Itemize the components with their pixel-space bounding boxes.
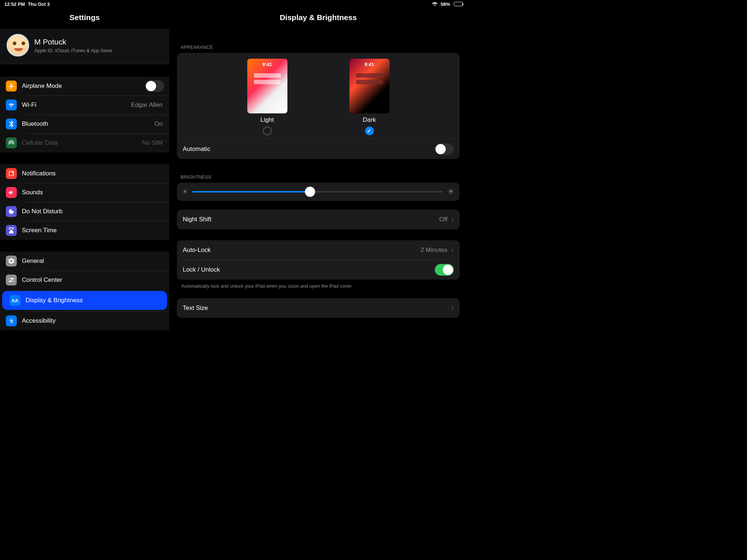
appearance-light[interactable]: 9:41 Light (247, 59, 287, 135)
auto-lock-value: 2 Minutes (421, 246, 448, 254)
sidebar-item-cellular[interactable]: Cellular Data No SIM (0, 133, 169, 152)
label: Wi-Fi (22, 101, 131, 109)
svg-rect-2 (9, 278, 14, 280)
sidebar-item-airplane[interactable]: Airplane Mode (0, 77, 169, 96)
automatic-toggle[interactable] (435, 143, 454, 155)
chevron-right-icon: › (451, 245, 454, 255)
wifi-value: Edgar Allen (131, 101, 163, 109)
label: Screen Time (22, 227, 164, 234)
battery-icon (453, 2, 462, 6)
dark-label: Dark (363, 116, 376, 124)
display-icon: AA (9, 295, 20, 306)
sidebar-item-bluetooth[interactable]: Bluetooth On (0, 114, 169, 133)
battery-percent: 58% (441, 1, 450, 7)
label: Cellular Data (22, 139, 142, 147)
status-time: 12:52 PM (4, 1, 25, 7)
dnd-icon (6, 206, 17, 217)
label: General (22, 257, 164, 265)
detail-pane: Display & Brightness Appearance 9:41 Lig… (170, 8, 467, 350)
chevron-right-icon: › (451, 303, 454, 313)
sidebar-title: Settings (0, 8, 169, 29)
label: Display & Brightness (26, 297, 160, 304)
night-shift-row[interactable]: Night Shift Off › (177, 210, 460, 229)
night-shift-value: Off (439, 216, 447, 223)
apple-id-row[interactable]: M Potuck Apple ID, iCloud, iTunes & App … (0, 29, 169, 64)
brightness-section-label: Brightness (177, 159, 460, 183)
automatic-row[interactable]: Automatic (177, 139, 460, 159)
text-size-row[interactable]: Text Size › (177, 298, 460, 318)
appearance-dark[interactable]: 9:41 Dark (349, 59, 390, 135)
wifi-icon (6, 100, 17, 110)
sidebar-item-wifi[interactable]: Wi-Fi Edgar Allen (0, 96, 169, 114)
lock-unlock-footer: Automatically lock and unlock your iPad … (177, 280, 460, 289)
cellular-value: No SIM (142, 139, 163, 147)
sidebar-item-accessibility[interactable]: Accessibility (0, 311, 169, 330)
bluetooth-value: On (154, 120, 163, 128)
lock-unlock-toggle[interactable] (435, 264, 454, 276)
account-name: M Potuck (34, 38, 112, 46)
notifications-icon (6, 168, 17, 179)
sidebar-item-screentime[interactable]: Screen Time (0, 221, 169, 240)
bluetooth-icon (6, 118, 17, 129)
airplane-icon (6, 81, 17, 92)
label: Do Not Disturb (22, 208, 164, 215)
brightness-card: ☀ ☀ (177, 183, 460, 201)
label: Control Center (22, 276, 164, 284)
lock-unlock-row[interactable]: Lock / Unlock (177, 260, 460, 280)
dark-preview: 9:41 (349, 59, 390, 113)
sidebar-item-display[interactable]: AA Display & Brightness (2, 291, 167, 310)
svg-point-4 (10, 278, 11, 279)
auto-lock-row[interactable]: Auto-Lock 2 Minutes › (177, 240, 460, 260)
page-title: Display & Brightness (177, 8, 460, 29)
wifi-icon (432, 2, 438, 6)
airplane-toggle[interactable] (145, 80, 164, 92)
account-sub: Apple ID, iCloud, iTunes & App Store (34, 48, 112, 53)
chevron-right-icon: › (451, 215, 454, 224)
cellular-icon (6, 137, 17, 148)
sidebar-item-dnd[interactable]: Do Not Disturb (0, 202, 169, 221)
svg-point-1 (12, 171, 14, 173)
appearance-section-label: Appearance (177, 29, 460, 53)
dark-radio[interactable] (365, 127, 374, 135)
light-radio[interactable] (263, 127, 272, 135)
sounds-icon (6, 187, 17, 198)
label: Airplane Mode (22, 82, 145, 90)
sidebar-item-sounds[interactable]: Sounds (0, 183, 169, 202)
label: Notifications (22, 170, 164, 177)
screentime-icon (6, 225, 17, 236)
sun-large-icon: ☀ (447, 187, 454, 197)
label: Bluetooth (22, 120, 154, 128)
light-label: Light (260, 116, 274, 124)
svg-point-5 (12, 281, 13, 282)
label: Accessibility (22, 317, 164, 324)
status-date: Thu Oct 3 (28, 1, 50, 7)
sidebar-item-notifications[interactable]: Notifications (0, 164, 169, 183)
svg-rect-3 (9, 281, 14, 282)
sidebar-item-control-center[interactable]: Control Center (0, 271, 169, 289)
light-preview: 9:41 (247, 59, 287, 113)
sidebar-item-general[interactable]: General (0, 252, 169, 271)
status-bar: 12:52 PM Thu Oct 3 58% (0, 0, 467, 8)
sun-small-icon: ☀ (182, 188, 188, 196)
accessibility-icon (6, 315, 17, 326)
label: Sounds (22, 189, 164, 196)
settings-sidebar: Settings M Potuck Apple ID, iCloud, iTun… (0, 8, 170, 350)
appearance-card: 9:41 Light 9:41 Dark Automatic (177, 53, 460, 159)
general-icon (6, 256, 17, 267)
svg-point-6 (11, 318, 12, 319)
brightness-slider[interactable]: ☀ ☀ (177, 183, 460, 201)
control-center-icon (6, 275, 17, 285)
avatar (7, 34, 29, 57)
